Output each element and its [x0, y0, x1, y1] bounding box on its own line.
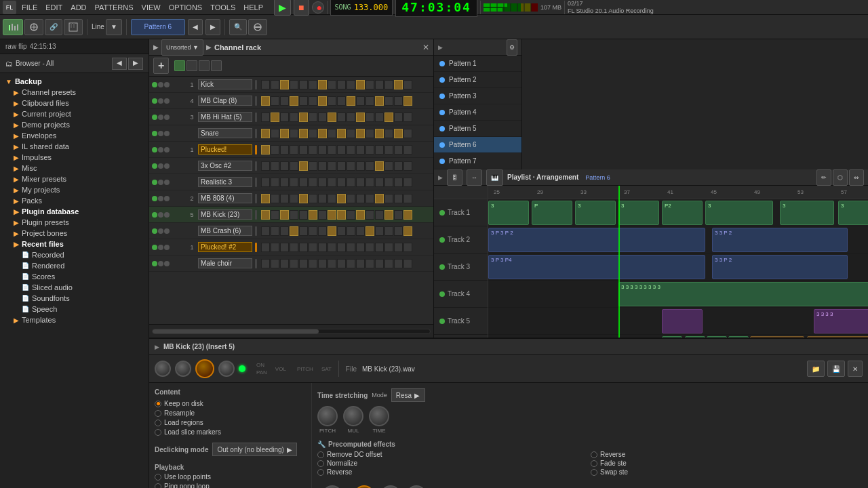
step-pad[interactable] [337, 96, 346, 106]
unsorted-btn[interactable]: Unsorted ▼ [161, 39, 203, 56]
bpm-display[interactable]: SONG 133.000 [330, 0, 393, 16]
track-row[interactable]: 3P33P2333P2 [488, 199, 868, 226]
channel-scroll-bar[interactable] [149, 324, 433, 338]
step-pad[interactable] [318, 145, 327, 155]
track-row[interactable]: 3 3 3 3 [488, 308, 868, 335]
playlist-zoom[interactable]: ⇔ [849, 169, 864, 186]
track-label[interactable]: Track 5 [434, 308, 488, 335]
channel-row[interactable]: 1Plucked! [149, 142, 433, 158]
step-pad[interactable] [271, 113, 279, 122]
on-knob[interactable] [155, 361, 171, 377]
ch-name-label[interactable]: MB Kick (23) [198, 209, 252, 220]
sidebar-item-backup[interactable]: ▼Backup [0, 76, 149, 87]
ch-green-dot[interactable] [152, 163, 157, 169]
step-pad[interactable] [337, 210, 346, 220]
load-regions-item[interactable]: Load regions [155, 419, 306, 426]
step-pad[interactable] [337, 243, 346, 252]
ch-mute-dot[interactable] [158, 245, 163, 250]
step-pad[interactable] [356, 194, 365, 203]
step-pad[interactable] [384, 161, 393, 171]
step-pad[interactable] [280, 129, 289, 138]
step-pad[interactable] [299, 129, 308, 138]
ch-mute-dot[interactable] [158, 115, 163, 120]
step-pad[interactable] [271, 145, 279, 155]
ch-mute-dot[interactable] [158, 82, 163, 87]
pattern-block[interactable]: 3 3 3 3 3 3 3 3 3 [618, 282, 868, 306]
ch-solo-dot[interactable] [164, 180, 170, 185]
step-pad[interactable] [384, 243, 393, 252]
step-pad[interactable] [375, 243, 384, 252]
step-pad[interactable] [318, 226, 327, 236]
pitch-knob[interactable] [218, 361, 235, 377]
step-pad[interactable] [299, 113, 308, 122]
pattern-block[interactable]: P [532, 201, 572, 225]
step-pad[interactable] [328, 178, 336, 187]
ch-ctrl-2[interactable] [186, 60, 197, 71]
ch-solo-dot[interactable] [164, 228, 170, 234]
step-pad[interactable] [309, 194, 317, 203]
ch-ctrl-1[interactable] [174, 60, 185, 71]
ts-time-knob[interactable] [369, 406, 389, 426]
length-knob[interactable] [354, 485, 374, 488]
step-pad[interactable] [271, 178, 279, 187]
pattern-block[interactable]: 3 [575, 201, 616, 225]
ch-rack-arrow2[interactable]: ▶ [206, 43, 212, 51]
remove-dc-radio[interactable] [317, 451, 324, 458]
step-pad[interactable] [261, 145, 270, 155]
step-pad[interactable] [403, 113, 412, 122]
ch-green-dot[interactable] [152, 245, 157, 250]
step-pad[interactable] [271, 226, 279, 236]
step-pad[interactable] [261, 178, 270, 187]
step-pad[interactable] [299, 210, 308, 220]
step-pad[interactable] [403, 210, 412, 220]
step-pad[interactable] [318, 96, 327, 106]
step-pad[interactable] [309, 259, 317, 268]
step-pad[interactable] [290, 178, 298, 187]
ch-mute-dot[interactable] [158, 147, 163, 152]
menu-item-help[interactable]: HELP [239, 2, 267, 13]
step-pad[interactable] [337, 194, 346, 203]
step-pad[interactable] [290, 194, 298, 203]
step-pad[interactable] [375, 113, 384, 122]
channel-scrollbar-track[interactable] [152, 329, 431, 334]
ch-solo-dot[interactable] [164, 245, 170, 250]
step-pad[interactable] [318, 194, 327, 203]
pattern-list-item[interactable]: Pattern 5 [434, 121, 521, 137]
track-row[interactable]: 3 3 3 3 3 3 3 3 3 [488, 281, 868, 308]
step-pad[interactable] [356, 80, 365, 89]
channel-row[interactable]: Realistic 3 [149, 174, 433, 190]
step-pad[interactable] [375, 80, 384, 89]
step-pad[interactable] [394, 210, 403, 220]
step-pad[interactable] [299, 80, 308, 89]
reverse2-radio[interactable] [317, 469, 324, 476]
pattern-block[interactable]: 3 [838, 201, 868, 225]
step-pad[interactable] [280, 210, 289, 220]
track-content[interactable]: 25293337414549535761656973 3P33P2333P23 … [488, 186, 868, 338]
step-pad[interactable] [375, 259, 384, 268]
step-pad[interactable] [375, 210, 384, 220]
step-pad[interactable] [375, 226, 384, 236]
step-pad[interactable] [337, 178, 346, 187]
out-knob[interactable] [406, 485, 427, 488]
step-pad[interactable] [375, 96, 384, 106]
step-pad[interactable] [394, 161, 403, 171]
step-pad[interactable] [280, 178, 289, 187]
step-pad[interactable] [299, 145, 308, 155]
step-pad[interactable] [366, 226, 374, 236]
step-pad[interactable] [299, 161, 308, 171]
step-pad[interactable] [290, 129, 298, 138]
step-pad[interactable] [328, 226, 336, 236]
ch-green-dot[interactable] [152, 261, 157, 266]
step-pad[interactable] [366, 129, 374, 138]
pattern-block[interactable]: 3 [618, 201, 659, 225]
ch-name-label[interactable]: MB Clap (8) [198, 96, 252, 106]
ch-green-dot[interactable] [152, 180, 157, 185]
step-pad[interactable] [309, 129, 317, 138]
pattern-next[interactable]: ▶ [205, 19, 220, 35]
ch-name-label[interactable]: MB Hi Hat (5) [198, 112, 252, 122]
ch-mute-dot[interactable] [158, 228, 163, 234]
step-pad[interactable] [366, 194, 374, 203]
step-pad[interactable] [403, 145, 412, 155]
ch-name-label[interactable]: Kick [198, 79, 252, 89]
step-pad[interactable] [356, 178, 365, 187]
